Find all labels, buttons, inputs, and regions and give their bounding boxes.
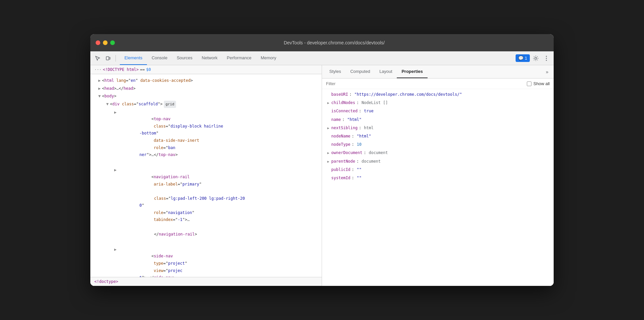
tree-toggle-navrail[interactable]: ▶ bbox=[114, 167, 116, 174]
tree-toggle-html[interactable]: ▶ bbox=[98, 77, 101, 84]
grid-badge: grid bbox=[164, 101, 176, 108]
tab-properties[interactable]: Properties bbox=[397, 65, 427, 78]
tab-sources[interactable]: Sources bbox=[172, 51, 197, 65]
main-content: ··· <!DOCTYPE html> == $0 ▶ <html lang="… bbox=[90, 65, 554, 286]
tab-performance[interactable]: Performance bbox=[222, 51, 256, 65]
breadcrumb-dollar: $0 bbox=[146, 67, 151, 72]
tab-memory[interactable]: Memory bbox=[256, 51, 281, 65]
breadcrumb-equals: == bbox=[140, 67, 145, 72]
tree-row-topnav[interactable]: ▶ <top-nav class="display-block hairline… bbox=[90, 108, 322, 166]
prop-row-baseuri: ▶ baseURI : "https://developer.chrome.co… bbox=[322, 90, 554, 99]
tree-toggle-body[interactable]: ▼ bbox=[98, 93, 101, 100]
tab-bar-actions bbox=[93, 54, 117, 63]
svg-rect-0 bbox=[106, 57, 109, 60]
bottom-breadcrumb: <!doctype> bbox=[90, 277, 322, 286]
properties-list: ▶ baseURI : "https://developer.chrome.co… bbox=[322, 89, 554, 286]
tree-toggle-scaffold[interactable]: ▼ bbox=[106, 101, 109, 108]
tree-row-scaffold[interactable]: ▼ <div class="scaffold"> grid bbox=[90, 100, 322, 108]
tab-elements[interactable]: Elements bbox=[120, 51, 147, 65]
properties-panel: Styles Computed Layout Properties » bbox=[322, 65, 554, 286]
elements-tree: ▶ <html lang="en" data-cookies-accepted>… bbox=[90, 74, 322, 277]
tab-network[interactable]: Network bbox=[197, 51, 222, 65]
devtools-panel: Elements Console Sources Network Perform… bbox=[90, 51, 554, 286]
tree-toggle-head[interactable]: ▶ bbox=[98, 85, 101, 92]
inspect-element-button[interactable] bbox=[93, 54, 102, 63]
minimize-button[interactable] bbox=[103, 40, 108, 45]
more-options-button[interactable] bbox=[542, 54, 551, 63]
device-toolbar-button[interactable] bbox=[104, 54, 113, 63]
tab-console[interactable]: Console bbox=[147, 51, 172, 65]
tab-bar: Elements Console Sources Network Perform… bbox=[90, 51, 554, 65]
tree-row-body[interactable]: ▼ <body> bbox=[90, 92, 322, 100]
svg-rect-1 bbox=[109, 57, 110, 59]
tree-row-head[interactable]: ▶ <head>…</head> bbox=[90, 85, 322, 93]
tree-row-navrail[interactable]: ▶ <navigation-rail aria-label="primary" … bbox=[90, 166, 322, 245]
breadcrumb-ellipsis: ··· bbox=[94, 67, 102, 72]
prop-row-nodename: ▶ nodeName : "html" bbox=[322, 132, 554, 140]
show-all-container: Show all bbox=[527, 81, 550, 86]
tab-divider bbox=[115, 55, 116, 62]
prop-row-isconnected: ▶ isConnected : true bbox=[322, 107, 554, 115]
badge-count: 1 bbox=[525, 56, 527, 61]
breadcrumb-doctype: <!DOCTYPE html> bbox=[103, 67, 139, 72]
tab-bar-right: 💬 1 bbox=[516, 54, 551, 63]
prop-row-childnodes[interactable]: ▶ childNodes : NodeList [] bbox=[322, 99, 554, 107]
svg-point-5 bbox=[546, 60, 547, 61]
prop-row-parentnode[interactable]: ▶ parentNode : document bbox=[322, 157, 554, 166]
svg-point-4 bbox=[546, 58, 547, 59]
close-button[interactable] bbox=[96, 40, 100, 45]
main-tabs: Elements Console Sources Network Perform… bbox=[120, 51, 516, 65]
prop-row-nextsibling[interactable]: ▶ nextSibling : html bbox=[322, 124, 554, 132]
svg-point-2 bbox=[535, 57, 537, 59]
traffic-lights bbox=[96, 40, 115, 45]
prop-row-name: ▶ name : "html" bbox=[322, 116, 554, 124]
prop-row-ownerdocument[interactable]: ▶ ownerDocument : document bbox=[322, 149, 554, 157]
prop-row-systemid: ▶ systemId : "" bbox=[322, 174, 554, 182]
maximize-button[interactable] bbox=[110, 40, 115, 45]
message-icon: 💬 bbox=[518, 56, 524, 61]
breadcrumb-bar: ··· <!DOCTYPE html> == $0 bbox=[90, 65, 322, 74]
console-messages-button[interactable]: 💬 1 bbox=[516, 54, 530, 62]
tree-row-html[interactable]: ▶ <html lang="en" data-cookies-accepted> bbox=[90, 77, 322, 85]
tab-layout[interactable]: Layout bbox=[375, 65, 397, 78]
devtools-window: DevTools - developer.chrome.com/docs/dev… bbox=[90, 34, 554, 286]
title-bar: DevTools - developer.chrome.com/docs/dev… bbox=[90, 34, 554, 51]
show-all-label: Show all bbox=[533, 81, 550, 86]
right-tabs-more[interactable]: » bbox=[543, 65, 551, 78]
tree-row-sidenav[interactable]: ▶ <side-nav type="project" view="projec … bbox=[90, 245, 322, 277]
svg-point-3 bbox=[546, 56, 547, 57]
tree-toggle-topnav[interactable]: ▶ bbox=[114, 109, 116, 116]
show-all-checkbox[interactable] bbox=[527, 81, 531, 86]
elements-panel: ··· <!DOCTYPE html> == $0 ▶ <html lang="… bbox=[90, 65, 322, 286]
settings-button[interactable] bbox=[531, 54, 540, 63]
filter-input[interactable] bbox=[326, 81, 382, 86]
tab-styles[interactable]: Styles bbox=[325, 65, 345, 78]
prop-row-publicid: ▶ publicId : "" bbox=[322, 166, 554, 174]
window-title: DevTools - developer.chrome.com/docs/dev… bbox=[120, 40, 548, 45]
prop-row-nodetype: ▶ nodeType : 10 bbox=[322, 140, 554, 149]
filter-bar: Show all bbox=[322, 79, 554, 89]
tree-toggle-sidenav[interactable]: ▶ bbox=[114, 246, 116, 253]
tab-computed[interactable]: Computed bbox=[345, 65, 375, 78]
right-tab-bar: Styles Computed Layout Properties » bbox=[322, 65, 554, 79]
